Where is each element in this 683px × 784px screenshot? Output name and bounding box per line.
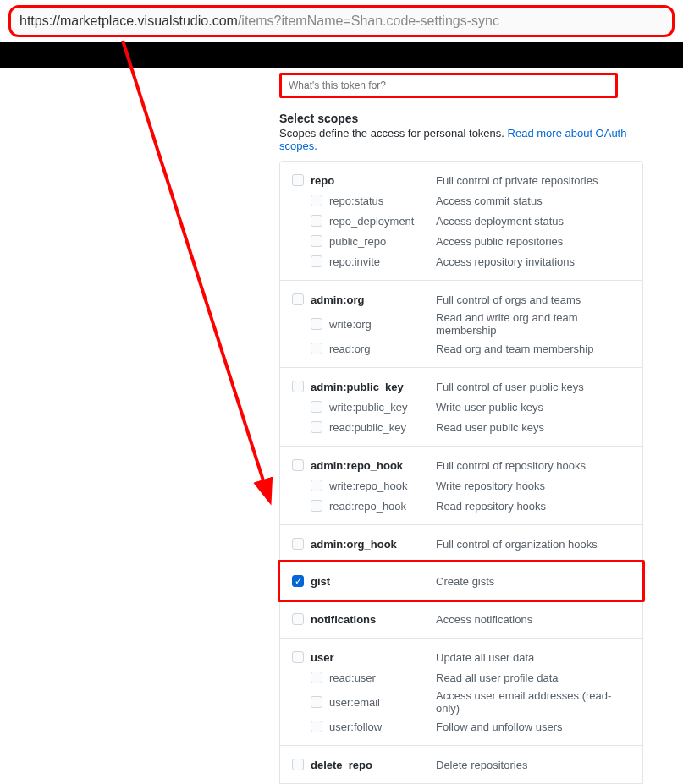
scope-label: repo:status <box>329 195 383 207</box>
scope-description: Write repository hooks <box>436 480 631 492</box>
scope-description: Access notifications <box>436 613 631 626</box>
scope-description: Access deployment status <box>436 215 631 228</box>
scope-label: write:public_key <box>329 401 408 414</box>
scope-description: Update all user data <box>436 651 631 664</box>
scope-checkbox[interactable] <box>292 538 304 550</box>
scope-checkbox[interactable] <box>311 480 322 491</box>
scope-checkbox[interactable] <box>311 696 322 708</box>
header-strip <box>0 42 683 68</box>
scope-checkbox[interactable] <box>311 421 322 433</box>
scope-label: admin:repo_hook <box>311 459 403 472</box>
scope-label: write:repo_hook <box>329 480 408 492</box>
scope-label: user:email <box>329 696 380 709</box>
scope-description: Full control of private repositories <box>436 174 631 187</box>
scope-group-gist: ✓gistCreate gists <box>278 560 645 602</box>
scope-description: Read and write org and team membership <box>436 311 631 337</box>
scope-group-delete-repo: delete_repoDelete repositories <box>280 745 642 783</box>
scope-description: Full control of orgs and teams <box>436 293 631 306</box>
scope-label: delete_repo <box>311 759 372 771</box>
scope-description: Delete repositories <box>436 759 631 771</box>
scope-description: Read org and team membership <box>436 343 631 355</box>
scope-checkbox[interactable] <box>311 343 322 354</box>
scope-description: Write user public keys <box>436 401 631 414</box>
scope-checkbox[interactable] <box>311 195 322 206</box>
scope-group-admin-org: admin:orgFull control of orgs and teamsw… <box>280 280 642 367</box>
scope-group-user: userUpdate all user dataread:userRead al… <box>280 638 642 745</box>
scope-description: Read all user profile data <box>436 672 631 684</box>
scope-label: admin:org <box>311 293 365 306</box>
svg-line-0 <box>123 41 269 499</box>
scope-label: read:repo_hook <box>329 500 406 513</box>
scope-checkbox[interactable] <box>292 174 304 186</box>
url-path: /items?itemName=Shan.code-settings-sync <box>238 14 499 29</box>
scope-checkbox[interactable] <box>311 721 322 732</box>
scope-label: read:user <box>329 672 376 684</box>
scopes-table: repoFull control of private repositories… <box>279 161 643 784</box>
scope-group-repo: repoFull control of private repositories… <box>280 162 642 280</box>
scope-label: gist <box>311 575 330 588</box>
scope-description: Access user email addresses (read-only) <box>436 689 631 715</box>
scopes-desc-text: Scopes define the access for personal to… <box>279 127 508 140</box>
scope-label: admin:public_key <box>311 381 404 393</box>
scope-description: Access commit status <box>436 195 631 207</box>
scope-checkbox[interactable]: ✓ <box>292 575 304 587</box>
token-note-input[interactable] <box>289 75 609 96</box>
scope-label: read:org <box>329 343 370 355</box>
scope-checkbox[interactable] <box>292 759 304 770</box>
scope-group-admin-org-hook: admin:org_hookFull control of organizati… <box>280 524 642 562</box>
scope-label: repo:invite <box>329 255 380 268</box>
scope-description: Create gists <box>436 575 631 588</box>
token-note-field[interactable] <box>279 73 618 98</box>
scope-checkbox[interactable] <box>311 215 322 227</box>
scope-checkbox[interactable] <box>311 401 322 413</box>
scope-group-admin-repo-hook: admin:repo_hookFull control of repositor… <box>280 446 642 524</box>
scope-description: Access repository invitations <box>436 255 631 268</box>
scope-label: public_repo <box>329 235 386 248</box>
scope-label: repo_deployment <box>329 215 414 228</box>
browser-url-bar[interactable]: https://marketplace.visualstudio.com/ite… <box>8 5 675 37</box>
scope-label: notifications <box>311 613 376 626</box>
scope-checkbox[interactable] <box>292 459 304 471</box>
scope-description: Full control of user public keys <box>436 381 631 393</box>
scope-checkbox[interactable] <box>311 500 322 512</box>
select-scopes-heading: Select scopes <box>279 112 658 125</box>
scopes-description: Scopes define the access for personal to… <box>279 127 658 152</box>
scope-checkbox[interactable] <box>292 651 304 663</box>
scope-checkbox[interactable] <box>292 381 304 392</box>
scope-description: Access public repositories <box>436 235 631 248</box>
scope-checkbox[interactable] <box>311 235 322 247</box>
scope-description: Follow and unfollow users <box>436 721 631 733</box>
url-domain: https://marketplace.visualstudio.com <box>19 14 238 29</box>
scope-checkbox[interactable] <box>311 255 322 267</box>
scope-checkbox[interactable] <box>292 293 304 305</box>
scope-group-admin-public-key: admin:public_keyFull control of user pub… <box>280 367 642 446</box>
scope-checkbox[interactable] <box>311 318 322 330</box>
scope-description: Read repository hooks <box>436 500 631 513</box>
scope-label: user:follow <box>329 721 382 733</box>
scope-label: admin:org_hook <box>311 538 397 551</box>
scope-description: Full control of organization hooks <box>436 538 631 551</box>
scope-group-notifications: notificationsAccess notifications <box>280 600 642 638</box>
scope-label: write:org <box>329 318 372 331</box>
scope-label: user <box>311 651 333 664</box>
scope-description: Read user public keys <box>436 421 631 434</box>
scope-checkbox[interactable] <box>292 613 304 625</box>
scope-checkbox[interactable] <box>311 672 322 683</box>
scope-label: repo <box>311 174 334 187</box>
scope-description: Full control of repository hooks <box>436 459 631 472</box>
scope-label: read:public_key <box>329 421 406 434</box>
